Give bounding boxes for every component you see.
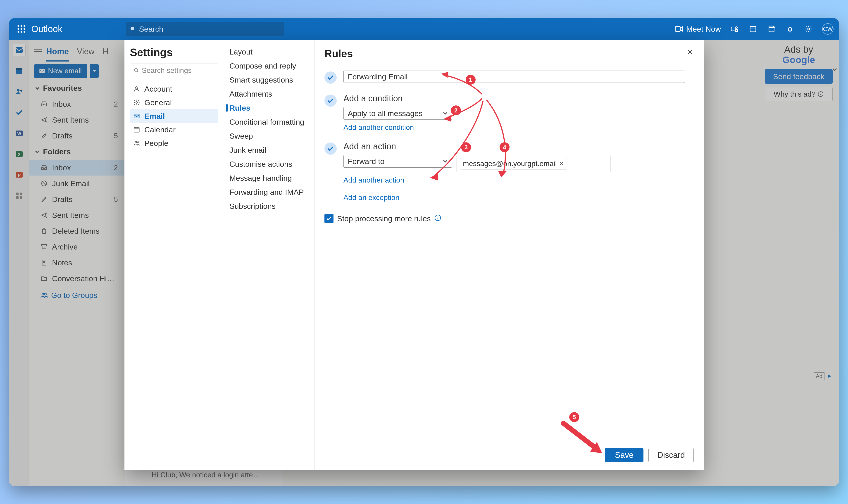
- meet-now-label: Meet Now: [686, 25, 721, 34]
- stop-processing-row: Stop processing more rules: [324, 214, 694, 223]
- stop-processing-label: Stop processing more rules: [337, 214, 431, 223]
- settings-cat-people[interactable]: People: [130, 137, 218, 150]
- close-icon: [686, 49, 694, 56]
- chevron-down-icon: [443, 111, 448, 115]
- subcat-rules[interactable]: Rules: [224, 101, 314, 115]
- svg-point-40: [136, 102, 138, 103]
- svg-point-3: [17, 28, 19, 30]
- settings-title: Settings: [130, 46, 218, 59]
- svg-point-4: [21, 28, 22, 30]
- svg-point-5: [23, 28, 25, 30]
- global-search[interactable]: [126, 22, 284, 36]
- people-icon: [132, 139, 141, 147]
- my-day-icon[interactable]: [766, 24, 776, 34]
- svg-point-2: [23, 25, 25, 27]
- recipient-chip: messages@on.yourgpt.email ✕: [460, 158, 567, 169]
- teams-icon[interactable]: [729, 24, 739, 34]
- info-icon[interactable]: [434, 214, 441, 223]
- settings-search[interactable]: [130, 64, 218, 77]
- subcat-layout[interactable]: Layout: [224, 45, 314, 59]
- svg-text:5: 5: [573, 414, 576, 420]
- subcat-subscriptions[interactable]: Subscriptions: [224, 199, 314, 213]
- remove-chip-button[interactable]: ✕: [559, 160, 564, 167]
- subcat-compose[interactable]: Compose and reply: [224, 59, 314, 73]
- settings-cat-account[interactable]: Account: [130, 82, 218, 96]
- discard-button[interactable]: Discard: [648, 448, 694, 462]
- step-check-icon: [324, 94, 337, 107]
- svg-point-44: [137, 142, 139, 143]
- condition-value: Apply to all messages: [348, 109, 423, 118]
- rule-condition-row: Add a condition Apply to all messages Ad…: [324, 94, 694, 132]
- rule-name-input[interactable]: [343, 71, 685, 83]
- main-area: W X P Home View H New email: [9, 40, 839, 486]
- save-button[interactable]: Save: [605, 448, 644, 462]
- rules-title: Rules: [324, 48, 694, 60]
- svg-point-43: [135, 141, 137, 143]
- person-icon: [132, 85, 141, 93]
- subcat-smart[interactable]: Smart suggestions: [224, 73, 314, 87]
- rule-action-row: Add an action Forward to messages@on.you…: [324, 142, 694, 202]
- subcat-sweep[interactable]: Sweep: [224, 129, 314, 143]
- svg-point-0: [17, 25, 19, 27]
- svg-rect-42: [134, 127, 139, 132]
- svg-point-15: [808, 28, 810, 30]
- svg-rect-13: [750, 26, 756, 32]
- settings-gear-icon[interactable]: [804, 24, 814, 34]
- topbar-actions: Meet Now CW: [675, 23, 833, 35]
- user-avatar[interactable]: CW: [822, 23, 833, 35]
- action-heading: Add an action: [343, 142, 694, 151]
- subcat-junk[interactable]: Junk email: [224, 143, 314, 157]
- gear-icon: [132, 98, 141, 107]
- add-action-link[interactable]: Add another action: [343, 176, 404, 184]
- svg-point-39: [136, 87, 138, 89]
- step-check-icon: [324, 143, 337, 155]
- notifications-icon[interactable]: [785, 24, 795, 34]
- app-title: Outlook: [31, 24, 62, 34]
- svg-rect-10: [675, 27, 680, 32]
- recipient-email: messages@on.yourgpt.email: [463, 160, 557, 168]
- subcat-conditional[interactable]: Conditional formatting: [224, 115, 314, 129]
- titlebar: Outlook Meet Now CW: [9, 18, 839, 40]
- outlook-window: Outlook Meet Now CW W X: [9, 18, 839, 486]
- svg-point-7: [21, 31, 22, 33]
- subcat-handling[interactable]: Message handling: [224, 171, 314, 185]
- step-check-icon: [324, 71, 337, 84]
- settings-categories: Settings Account General Email Calendar …: [124, 40, 224, 470]
- mail-icon: [132, 112, 141, 120]
- svg-point-38: [134, 68, 138, 71]
- search-icon: [130, 26, 136, 32]
- dialog-footer: Save Discard: [324, 441, 694, 462]
- settings-dialog: Settings Account General Email Calendar …: [124, 40, 704, 470]
- svg-point-1: [21, 25, 22, 27]
- condition-dropdown[interactable]: Apply to all messages: [343, 107, 452, 120]
- action-value: Forward to: [348, 157, 385, 166]
- calendar-day-icon[interactable]: [748, 24, 758, 34]
- settings-search-input[interactable]: [142, 66, 215, 75]
- svg-point-8: [23, 31, 25, 33]
- action-dropdown[interactable]: Forward to: [343, 155, 452, 168]
- search-input[interactable]: [139, 25, 280, 34]
- svg-point-59: [569, 412, 579, 422]
- svg-point-12: [735, 27, 737, 29]
- meet-now-button[interactable]: Meet Now: [675, 25, 721, 34]
- stop-processing-checkbox[interactable]: [324, 214, 333, 223]
- subcat-attachments[interactable]: Attachments: [224, 87, 314, 101]
- svg-point-6: [17, 31, 19, 33]
- add-exception-link[interactable]: Add an exception: [343, 193, 399, 202]
- settings-cat-email[interactable]: Email: [130, 109, 218, 123]
- settings-cat-general[interactable]: General: [130, 96, 218, 109]
- svg-rect-11: [731, 27, 735, 31]
- video-icon: [675, 26, 683, 32]
- settings-cat-calendar[interactable]: Calendar: [130, 123, 218, 137]
- forward-to-field[interactable]: messages@on.yourgpt.email ✕: [456, 155, 610, 173]
- search-icon: [134, 67, 139, 73]
- svg-point-9: [130, 27, 134, 30]
- add-condition-link[interactable]: Add another condition: [343, 123, 414, 132]
- subcat-forwarding[interactable]: Forwarding and IMAP: [224, 185, 314, 199]
- settings-subcategories: Layout Compose and reply Smart suggestio…: [224, 40, 314, 470]
- settings-content: Rules Add a condition Apply to: [314, 40, 704, 470]
- subcat-customise[interactable]: Customise actions: [224, 157, 314, 171]
- condition-heading: Add a condition: [343, 94, 694, 103]
- close-dialog-button[interactable]: [685, 47, 696, 57]
- app-launcher-icon[interactable]: [15, 22, 28, 36]
